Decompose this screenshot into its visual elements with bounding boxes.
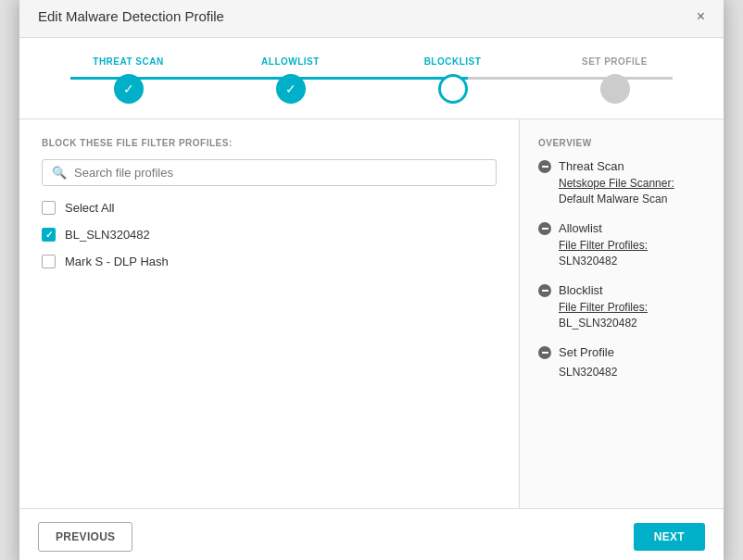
overview-label: OVERVIEW	[538, 138, 705, 148]
overview-set-profile-title: Set Profile	[559, 345, 614, 359]
overview-blocklist-title: Blocklist	[559, 283, 603, 297]
minus-icon	[538, 284, 551, 297]
overview-threat-scan-value: Default Malware Scan	[559, 193, 667, 205]
overview-threat-scan-header: Threat Scan	[538, 159, 705, 173]
overview-blocklist: Blocklist File Filter Profiles: BL_SLN32…	[538, 283, 705, 330]
search-input[interactable]	[74, 166, 486, 180]
overview-threat-scan: Threat Scan Netskope File Scanner: Defau…	[538, 159, 705, 206]
step-threat-scan: THREAT SCAN ✓	[47, 56, 209, 104]
edit-malware-modal: Edit Malware Detection Profile × THREAT …	[19, 0, 724, 560]
overview-set-profile-value: SLN320482	[559, 366, 617, 379]
search-icon: 🔍	[52, 166, 67, 180]
minus-icon	[538, 222, 551, 235]
overview-blocklist-link: File Filter Profiles:	[559, 301, 705, 314]
stepper: THREAT SCAN ✓ ALLOWLIST ✓ BLOCKLIST SET …	[19, 38, 724, 119]
step-blocklist-label: BLOCKLIST	[424, 56, 482, 67]
overview-allowlist-detail: File Filter Profiles: SLN320482	[538, 239, 705, 268]
list-item: Mark S - DLP Hash	[42, 255, 497, 268]
step-set-profile: SET PROFILE	[534, 56, 696, 104]
minus-icon	[538, 160, 551, 173]
select-all-label: Select All	[65, 201, 114, 215]
overview-set-profile: Set Profile SLN320482	[538, 345, 705, 380]
overview-blocklist-header: Blocklist	[538, 283, 705, 297]
overview-set-profile-header: Set Profile	[538, 345, 705, 359]
overview-threat-scan-title: Threat Scan	[559, 159, 624, 173]
overview-blocklist-detail: File Filter Profiles: BL_SLN320482	[538, 301, 705, 330]
overview-allowlist-value: SLN320482	[559, 255, 617, 268]
step-threat-scan-label: THREAT SCAN	[93, 56, 163, 67]
step-allowlist-circle: ✓	[276, 74, 306, 104]
modal-footer: PREVIOUS NEXT	[19, 508, 724, 560]
list-item: Select All	[42, 201, 497, 215]
step-allowlist: ALLOWLIST ✓	[209, 56, 372, 104]
modal-title: Edit Malware Detection Profile	[38, 8, 224, 24]
step-blocklist-circle	[438, 74, 468, 104]
overview-allowlist-title: Allowlist	[559, 221, 602, 235]
previous-button[interactable]: PREVIOUS	[38, 522, 132, 552]
bl-sln-checkbox[interactable]	[42, 228, 56, 242]
left-panel: BLOCK THESE FILE FILTER PROFILES: 🔍 Sele…	[19, 119, 520, 508]
overview-blocklist-value: BL_SLN320482	[559, 317, 637, 330]
overview-allowlist-link: File Filter Profiles:	[559, 239, 705, 252]
select-all-checkbox[interactable]	[42, 201, 56, 215]
overview-allowlist-header: Allowlist	[538, 221, 705, 235]
step-threat-scan-circle: ✓	[114, 74, 144, 104]
mark-dlp-checkbox[interactable]	[42, 255, 56, 268]
search-box: 🔍	[42, 159, 497, 186]
step-blocklist: BLOCKLIST	[372, 56, 534, 104]
overview-set-profile-detail: SLN320482	[538, 363, 705, 380]
close-button[interactable]: ×	[697, 9, 705, 24]
minus-icon	[538, 346, 551, 359]
step-set-profile-circle	[600, 74, 630, 104]
step-allowlist-label: ALLOWLIST	[261, 56, 320, 67]
overview-threat-scan-detail: Netskope File Scanner: Default Malware S…	[538, 177, 705, 206]
overview-allowlist: Allowlist File Filter Profiles: SLN32048…	[538, 221, 705, 268]
right-panel: OVERVIEW Threat Scan Netskope File Scann…	[520, 119, 724, 508]
left-section-label: BLOCK THESE FILE FILTER PROFILES:	[42, 138, 497, 148]
list-item: BL_SLN320482	[42, 228, 497, 242]
bl-sln-label: BL_SLN320482	[65, 228, 150, 242]
modal-header: Edit Malware Detection Profile ×	[19, 0, 724, 38]
overview-threat-scan-link: Netskope File Scanner:	[559, 177, 705, 190]
mark-dlp-label: Mark S - DLP Hash	[65, 255, 169, 268]
step-set-profile-label: SET PROFILE	[582, 56, 648, 67]
modal-body: BLOCK THESE FILE FILTER PROFILES: 🔍 Sele…	[19, 119, 724, 508]
next-button[interactable]: NEXT	[634, 523, 705, 551]
